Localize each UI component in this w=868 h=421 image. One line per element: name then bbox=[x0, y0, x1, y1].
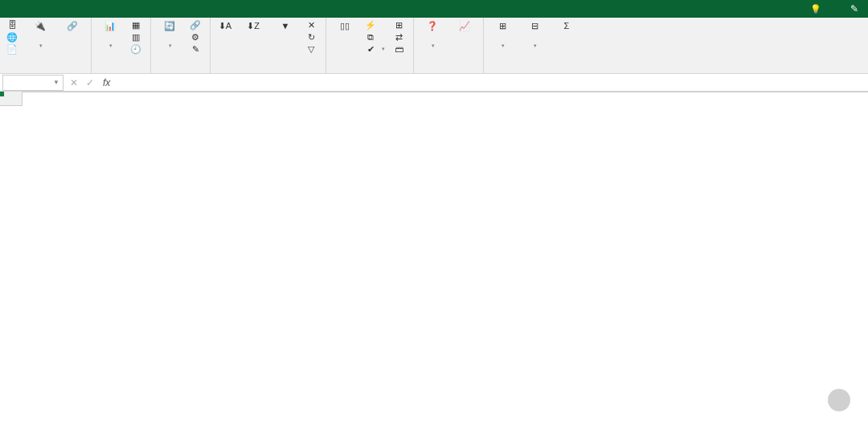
forecast-icon: 📈 bbox=[457, 21, 473, 37]
ribbon-group-get-transform: 📊▾ ▦ ▥ 🕘 bbox=[92, 18, 151, 73]
group-label bbox=[5, 71, 86, 73]
group-label bbox=[331, 71, 408, 73]
ribbon-group-outline: ⊞▾ ⊟▾ Σ bbox=[484, 18, 585, 73]
properties-icon: ⚙ bbox=[190, 31, 201, 43]
sort-asc-icon: ⬇A bbox=[217, 21, 233, 37]
show-queries-button[interactable]: ▦ bbox=[129, 19, 145, 31]
ribbon-group-sort-filter: ⬇A ⬇Z ▼ ✕ ↻ ▽ bbox=[211, 18, 326, 73]
group-label bbox=[96, 71, 145, 73]
ribbon-group-forecast: ❓▾ 📈 bbox=[414, 18, 484, 73]
formula-bar: ▼ ✕ ✓ fx bbox=[0, 74, 868, 92]
consolidate-icon: ⊞ bbox=[393, 19, 404, 31]
group-label bbox=[489, 71, 580, 73]
reapply-icon: ↻ bbox=[305, 31, 317, 43]
data-model-button[interactable]: 🗃 bbox=[391, 43, 408, 55]
access-icon: 🗄 bbox=[6, 19, 18, 31]
select-all-corner[interactable] bbox=[0, 92, 23, 106]
formula-input[interactable] bbox=[115, 74, 868, 91]
from-table-button[interactable]: ▥ bbox=[129, 31, 145, 43]
sort-button[interactable]: ⬇Z bbox=[240, 19, 267, 40]
data-validation-button[interactable]: ✔▾ bbox=[363, 43, 387, 55]
existing-conn-icon: 🔗 bbox=[64, 21, 80, 37]
flash-fill-button[interactable]: ⚡ bbox=[363, 19, 387, 31]
refresh-icon: 🔄 bbox=[162, 21, 178, 37]
split-cols-icon: ▯▯ bbox=[337, 21, 353, 37]
share-button[interactable]: ✎ bbox=[850, 3, 858, 14]
group-icon: ⊞ bbox=[494, 21, 510, 37]
fx-icon[interactable]: fx bbox=[98, 77, 115, 88]
from-table-icon: ▥ bbox=[130, 31, 141, 43]
advanced-filter-button[interactable]: ▽ bbox=[304, 43, 321, 55]
watermark-icon bbox=[828, 389, 850, 411]
connections-icon: 🔗 bbox=[190, 19, 201, 31]
clear-filter-button[interactable]: ✕ bbox=[304, 19, 321, 31]
from-text-button[interactable]: 📄 bbox=[5, 43, 22, 55]
refresh-all-button[interactable]: 🔄▾ bbox=[156, 19, 183, 52]
column-headers bbox=[23, 92, 868, 92]
subtotal-icon: Σ bbox=[559, 21, 575, 37]
relationships-button[interactable]: ⇄ bbox=[391, 31, 408, 43]
relationships-icon: ⇄ bbox=[393, 31, 404, 43]
recent-sources-button[interactable]: 🕘 bbox=[129, 43, 145, 55]
text-file-icon: 📄 bbox=[6, 43, 18, 55]
data-model-icon: 🗃 bbox=[393, 43, 404, 55]
ungroup-icon: ⊟ bbox=[526, 21, 542, 37]
chevron-down-icon[interactable]: ▼ bbox=[53, 79, 59, 86]
name-box[interactable]: ▼ bbox=[2, 75, 63, 91]
text-to-columns-button[interactable]: ▯▯ bbox=[331, 19, 358, 40]
existing-connections-button[interactable]: 🔗 bbox=[59, 19, 86, 40]
edit-links-icon: ✎ bbox=[190, 43, 201, 55]
tell-me-search[interactable]: 💡 bbox=[804, 4, 831, 14]
other-sources-icon: 🔌 bbox=[32, 21, 48, 37]
lightbulb-icon: 💡 bbox=[810, 4, 821, 14]
whatif-icon: ❓ bbox=[424, 21, 440, 37]
forecast-sheet-button[interactable]: 📈 bbox=[451, 19, 478, 40]
cancel-edit-button[interactable]: ✕ bbox=[66, 77, 82, 88]
what-if-button[interactable]: ❓▾ bbox=[419, 19, 446, 52]
new-query-button[interactable]: 📊▾ bbox=[96, 19, 124, 52]
ribbon-group-data-tools: ▯▯ ⚡ ⧉ ✔▾ ⊞ ⇄ 🗃 bbox=[326, 18, 414, 73]
recent-icon: 🕘 bbox=[130, 43, 141, 55]
clear-icon: ✕ bbox=[305, 19, 317, 31]
watermark bbox=[828, 389, 855, 411]
confirm-edit-button[interactable]: ✓ bbox=[82, 77, 98, 88]
ribbon: 🗄 🌐 📄 🔌▾ 🔗 📊▾ ▦ ▥ 🕘 🔄▾ 🔗 ⚙ ✎ bbox=[0, 18, 868, 74]
group-label bbox=[215, 71, 321, 73]
flashfill-icon: ⚡ bbox=[365, 19, 376, 31]
advanced-icon: ▽ bbox=[305, 43, 317, 55]
subtotal-button[interactable]: Σ bbox=[553, 19, 580, 40]
reapply-button[interactable]: ↻ bbox=[304, 31, 321, 43]
consolidate-button[interactable]: ⊞ bbox=[391, 19, 408, 31]
ribbon-tab-bar: 💡 ✎ bbox=[0, 0, 868, 18]
group-button[interactable]: ⊞▾ bbox=[489, 19, 516, 52]
from-web-button[interactable]: 🌐 bbox=[5, 31, 22, 43]
from-other-sources-button[interactable]: 🔌▾ bbox=[27, 19, 54, 52]
group-label bbox=[419, 71, 478, 73]
edit-links-button[interactable]: ✎ bbox=[188, 43, 205, 55]
dedup-icon: ⧉ bbox=[365, 31, 376, 43]
new-query-icon: 📊 bbox=[102, 21, 118, 37]
ribbon-group-connections: 🔄▾ 🔗 ⚙ ✎ bbox=[151, 18, 211, 73]
properties-button[interactable]: ⚙ bbox=[188, 31, 205, 43]
globe-icon: 🌐 bbox=[6, 31, 18, 43]
show-queries-icon: ▦ bbox=[130, 19, 141, 31]
sort-asc-button[interactable]: ⬇A bbox=[215, 19, 235, 39]
validation-icon: ✔ bbox=[365, 43, 376, 55]
ungroup-button[interactable]: ⊟▾ bbox=[521, 19, 548, 52]
filter-button[interactable]: ▼ bbox=[272, 19, 299, 40]
group-label bbox=[156, 71, 205, 73]
sort-icon: ⬇Z bbox=[245, 21, 261, 37]
spreadsheet-grid[interactable] bbox=[0, 92, 868, 92]
from-access-button[interactable]: 🗄 bbox=[5, 19, 22, 31]
filter-icon: ▼ bbox=[277, 21, 293, 37]
connections-button[interactable]: 🔗 bbox=[188, 19, 205, 31]
ribbon-group-external-data: 🗄 🌐 📄 🔌▾ 🔗 bbox=[0, 18, 92, 73]
remove-duplicates-button[interactable]: ⧉ bbox=[363, 31, 387, 43]
